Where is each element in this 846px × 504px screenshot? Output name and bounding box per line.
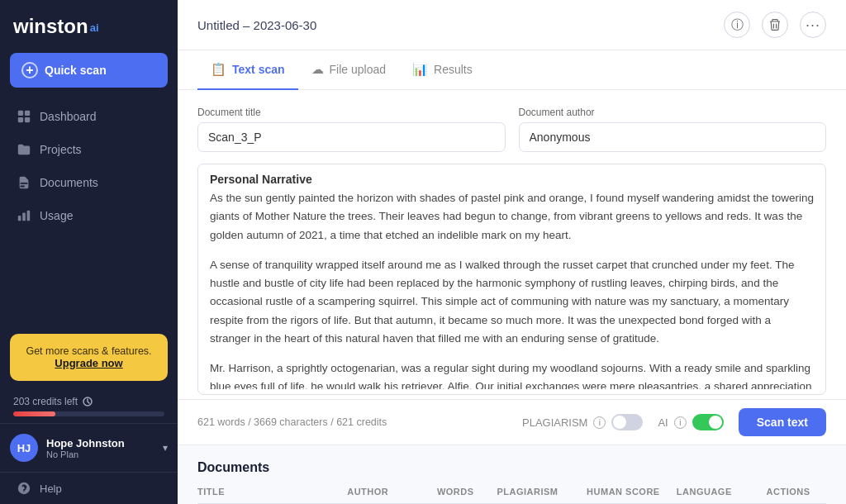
user-plan: No Plan bbox=[46, 449, 154, 459]
section-title: Personal Narrative bbox=[198, 164, 825, 189]
plagiarism-toggle[interactable] bbox=[611, 414, 643, 430]
doc-author-label: Document author bbox=[519, 107, 827, 118]
sidebar-item-documents[interactable]: Documents bbox=[7, 167, 171, 198]
text-content[interactable]: As the sun gently painted the horizon wi… bbox=[198, 189, 825, 389]
bottom-controls: PLAGIARISM i AI i Scan text bbox=[522, 408, 826, 436]
nav-items: Dashboard Projects Documents Usage bbox=[0, 101, 178, 326]
sidebar-item-label: Documents bbox=[40, 176, 98, 189]
sidebar-item-label: Dashboard bbox=[40, 110, 97, 123]
credits-fill bbox=[13, 411, 55, 416]
ai-toggle[interactable] bbox=[692, 414, 724, 430]
credits-label: 203 credits left bbox=[13, 396, 164, 407]
col-header-human: HUMAN SCORE bbox=[587, 487, 677, 497]
results-tab-icon: 📊 bbox=[412, 62, 428, 77]
text-scan-tab-label: Text scan bbox=[232, 63, 285, 76]
tab-results[interactable]: 📊 Results bbox=[399, 50, 486, 90]
doc-title-group: Document title bbox=[197, 107, 506, 152]
tab-text-scan[interactable]: 📋 Text scan bbox=[197, 50, 298, 90]
documents-title: Documents bbox=[197, 460, 826, 475]
plagiarism-toggle-group: PLAGIARISM i bbox=[522, 414, 643, 430]
content-area: Document title Document author Personal … bbox=[178, 90, 846, 399]
logo-text: winston bbox=[13, 15, 88, 38]
avatar: HJ bbox=[10, 434, 38, 462]
doc-title-label: Document title bbox=[197, 107, 506, 118]
upgrade-box: Get more scans & features. Upgrade now bbox=[10, 334, 168, 381]
quick-scan-label: Quick scan bbox=[45, 64, 107, 77]
more-button[interactable]: ··· bbox=[800, 12, 826, 38]
quick-scan-button[interactable]: + Quick scan bbox=[10, 53, 168, 88]
user-name: Hope Johnston bbox=[46, 437, 154, 449]
info-button[interactable]: ⓘ bbox=[724, 12, 750, 38]
user-info: Hope Johnston No Plan bbox=[46, 437, 154, 459]
user-area[interactable]: HJ Hope Johnston No Plan ▾ bbox=[0, 423, 178, 472]
documents-section: Documents TITLE AUTHOR WORDS PLAGIARISM … bbox=[178, 445, 846, 504]
upgrade-text: Get more scans & features. bbox=[21, 345, 156, 357]
doc-author-group: Document author bbox=[519, 107, 827, 152]
text-scan-tab-icon: 📋 bbox=[211, 62, 226, 77]
plus-circle-icon: + bbox=[21, 62, 38, 78]
sidebar-item-dashboard[interactable]: Dashboard bbox=[7, 101, 171, 132]
sidebar-item-label: Usage bbox=[40, 209, 73, 222]
credits-area: 203 credits left bbox=[0, 389, 178, 423]
svg-rect-1 bbox=[25, 111, 30, 116]
main-header: Untitled – 2023-06-30 ⓘ ··· bbox=[178, 0, 846, 50]
file-upload-tab-icon: ☁ bbox=[311, 62, 324, 77]
tabs: 📋 Text scan ☁ File upload 📊 Results bbox=[178, 50, 846, 90]
col-header-language: LANGUAGE bbox=[677, 487, 767, 497]
dashboard-icon bbox=[17, 109, 31, 124]
refresh-icon bbox=[82, 396, 93, 407]
table-header: TITLE AUTHOR WORDS PLAGIARISM HUMAN SCOR… bbox=[197, 487, 826, 504]
sidebar-item-projects[interactable]: Projects bbox=[7, 134, 171, 165]
header-icons: ⓘ ··· bbox=[724, 12, 826, 38]
results-tab-label: Results bbox=[434, 63, 473, 76]
trash-button[interactable] bbox=[762, 12, 788, 38]
document-title: Untitled – 2023-06-30 bbox=[197, 18, 316, 32]
projects-icon bbox=[17, 142, 31, 157]
col-header-plagiarism: PLAGIARISM bbox=[497, 487, 587, 497]
help-label: Help bbox=[40, 483, 62, 495]
bottom-bar: 621 words / 3669 characters / 621 credit… bbox=[178, 399, 846, 445]
scan-text-button[interactable]: Scan text bbox=[739, 408, 826, 436]
col-header-words: WORDS bbox=[437, 487, 497, 497]
plagiarism-info-icon[interactable]: i bbox=[593, 416, 606, 429]
ai-toggle-group: AI i bbox=[658, 414, 723, 430]
sidebar-item-help[interactable]: Help bbox=[0, 472, 178, 504]
help-icon bbox=[17, 481, 31, 496]
col-header-author: AUTHOR bbox=[347, 487, 437, 497]
ai-toggle-thumb bbox=[709, 416, 722, 429]
plagiarism-label: PLAGIARISM bbox=[522, 416, 587, 429]
paragraph-1: As the sun gently painted the horizon wi… bbox=[210, 189, 814, 245]
upgrade-link[interactable]: Upgrade now bbox=[21, 357, 156, 369]
doc-title-input[interactable] bbox=[197, 122, 506, 152]
sidebar-item-usage[interactable]: Usage bbox=[7, 200, 171, 231]
paragraph-3: Mr. Harrison, a sprightly octogenarian, … bbox=[210, 359, 814, 389]
col-header-actions: ACTIONS bbox=[767, 487, 826, 497]
ai-label: AI bbox=[658, 416, 668, 429]
svg-rect-0 bbox=[18, 111, 23, 116]
chevron-down-icon: ▾ bbox=[163, 442, 168, 454]
file-upload-tab-label: File upload bbox=[330, 63, 387, 76]
sidebar: winston ai + Quick scan Dashboard Projec… bbox=[0, 0, 178, 504]
credits-bar bbox=[13, 411, 164, 416]
plagiarism-toggle-thumb bbox=[613, 416, 626, 429]
trash-icon bbox=[768, 18, 782, 31]
usage-icon bbox=[17, 208, 31, 223]
form-row: Document title Document author bbox=[197, 107, 826, 152]
word-count: 621 words / 3669 characters / 621 credit… bbox=[197, 416, 387, 428]
tab-file-upload[interactable]: ☁ File upload bbox=[298, 50, 400, 90]
logo-ai-badge: ai bbox=[90, 21, 99, 34]
svg-rect-3 bbox=[25, 117, 30, 122]
documents-icon bbox=[17, 175, 31, 190]
paragraph-2: A sense of tranquility wrapped itself ar… bbox=[210, 256, 814, 348]
sidebar-item-label: Projects bbox=[40, 143, 82, 156]
col-header-title: TITLE bbox=[197, 487, 347, 497]
doc-author-input[interactable] bbox=[519, 122, 827, 152]
main-content: Untitled – 2023-06-30 ⓘ ··· 📋 Text scan … bbox=[178, 0, 846, 504]
svg-rect-2 bbox=[18, 117, 23, 122]
ai-info-icon[interactable]: i bbox=[674, 416, 687, 429]
logo-area: winston ai bbox=[0, 0, 178, 53]
text-editor[interactable]: Personal Narrative As the sun gently pai… bbox=[197, 164, 826, 395]
